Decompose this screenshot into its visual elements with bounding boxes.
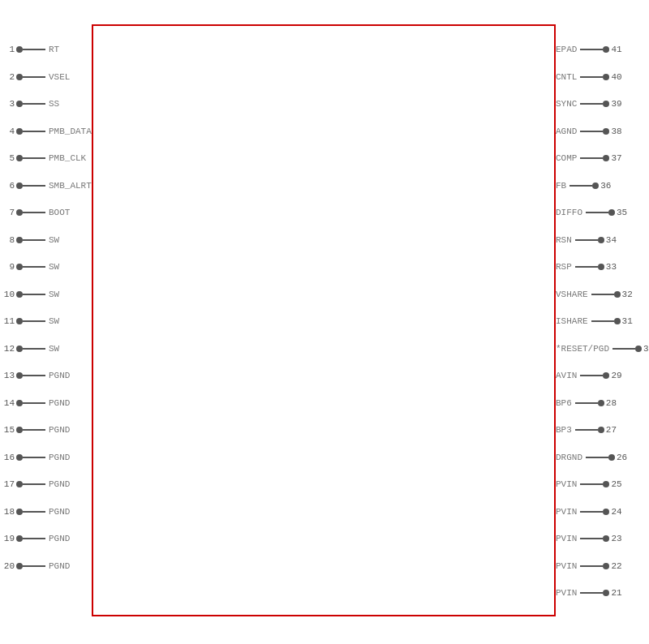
- pin-label: ISHARE: [556, 316, 588, 326]
- pin-left-3: 3 SS: [0, 99, 92, 109]
- pin-number: 41: [611, 45, 629, 54]
- pin-dot: [16, 427, 23, 433]
- pin-right-25: PVIN 25: [556, 479, 649, 489]
- pin-number: 12: [0, 344, 15, 354]
- pin-dot: [603, 155, 609, 161]
- pin-dot: [598, 264, 604, 270]
- pin-number: 40: [611, 72, 629, 82]
- pin-right-21: PVIN 21: [556, 588, 649, 598]
- pin-right-24: PVIN 24: [556, 507, 649, 517]
- pin-number: 19: [0, 534, 15, 543]
- pin-dot: [603, 372, 609, 379]
- pin-left-17: 17 PGND: [0, 479, 92, 489]
- pin-right-39: SYNC 39: [556, 99, 649, 109]
- pin-dot: [16, 74, 23, 80]
- pin-label: *RESET/PGD: [556, 344, 609, 354]
- pin-dot: [16, 101, 23, 107]
- pin-dot: [16, 318, 23, 324]
- pin-number: 8: [0, 235, 15, 245]
- pin-left-16: 16 PGND: [0, 453, 92, 462]
- pin-label: AGND: [556, 127, 577, 136]
- pin-number: 15: [0, 425, 15, 435]
- pin-right-37: COMP 37: [556, 153, 649, 163]
- pin-label: SW: [49, 262, 59, 272]
- pin-label: SW: [49, 316, 59, 326]
- pin-left-15: 15 PGND: [0, 425, 92, 435]
- pin-line: [580, 511, 603, 513]
- pin-dot: [16, 346, 23, 352]
- pin-right-36: FB 36: [556, 181, 649, 191]
- pin-number: 5: [0, 153, 15, 163]
- pin-label: BOOT: [49, 208, 70, 217]
- pin-dot: [603, 509, 609, 515]
- pin-number: 21: [611, 588, 629, 598]
- pin-line: [23, 429, 45, 431]
- pin-label: PGND: [49, 507, 70, 517]
- pin-label: PMB_DATA: [49, 127, 92, 136]
- pin-label: BP6: [556, 398, 572, 408]
- pin-line: [580, 483, 603, 485]
- pin-number: 39: [611, 99, 629, 109]
- pin-right-22: PVIN 22: [556, 561, 649, 571]
- pin-label: EPAD: [556, 45, 577, 54]
- pin-dot: [603, 101, 609, 107]
- pin-line: [591, 294, 614, 295]
- pin-number: 1: [0, 45, 15, 54]
- pin-label: RSN: [556, 235, 572, 245]
- pin-number: 32: [622, 290, 640, 299]
- pin-right-41: EPAD 41: [556, 45, 649, 54]
- pin-line: [580, 131, 603, 132]
- pin-label: PGND: [49, 534, 70, 543]
- pin-number: 17: [0, 479, 15, 489]
- pin-number: 10: [0, 290, 15, 299]
- pin-label: AVIN: [556, 371, 577, 380]
- pin-label: SW: [49, 235, 59, 245]
- pin-number: 24: [611, 507, 629, 517]
- pin-line: [23, 348, 45, 350]
- pin-dot: [603, 74, 609, 80]
- pin-label: PGND: [49, 371, 70, 380]
- pin-dot: [16, 128, 23, 135]
- pin-number: 36: [600, 181, 618, 191]
- pin-line: [612, 348, 635, 350]
- pin-label: PVIN: [556, 588, 577, 598]
- pin-number: 18: [0, 507, 15, 517]
- pin-left-18: 18 PGND: [0, 507, 92, 517]
- pin-number: 7: [0, 208, 15, 217]
- pin-line: [580, 157, 603, 159]
- pin-label: RT: [49, 45, 59, 54]
- pin-label: COMP: [556, 153, 577, 163]
- pin-line: [23, 76, 45, 78]
- pin-number: 26: [617, 453, 634, 462]
- pin-left-6: 6 SMB_ALRT: [0, 181, 92, 191]
- pin-dot: [635, 346, 642, 352]
- pin-label: RSP: [556, 262, 572, 272]
- pin-label: VSEL: [49, 72, 70, 82]
- pin-dot: [16, 155, 23, 161]
- pin-right-32: VSHARE 32: [556, 290, 649, 299]
- pin-dot: [16, 509, 23, 515]
- pin-left-1: 1 RT: [0, 45, 92, 54]
- pin-number: 38: [611, 127, 629, 136]
- pin-label: SS: [49, 99, 59, 109]
- pin-label: FB: [556, 181, 566, 191]
- pin-number: 25: [611, 479, 629, 489]
- pin-line: [569, 185, 592, 187]
- pin-dot: [603, 590, 609, 596]
- pin-dot: [603, 128, 609, 135]
- pin-line: [575, 266, 598, 268]
- pin-number: 20: [0, 561, 15, 571]
- pin-dot: [598, 400, 604, 406]
- pin-line: [23, 103, 45, 105]
- pin-dot: [16, 454, 23, 461]
- pin-dot: [592, 182, 599, 189]
- pin-line: [23, 511, 45, 513]
- pin-right-29: AVIN 29: [556, 371, 649, 380]
- pins-left-container: 1 RT 2 VSEL 3 SS 4 PMB_DATA 5 PMB_CLK 6: [0, 0, 92, 644]
- pin-label: SYNC: [556, 99, 577, 109]
- pin-dot: [16, 372, 23, 379]
- pin-dot: [603, 46, 609, 53]
- pin-number: 27: [606, 425, 624, 435]
- pin-right-28: BP6 28: [556, 398, 649, 408]
- pin-line: [586, 457, 608, 458]
